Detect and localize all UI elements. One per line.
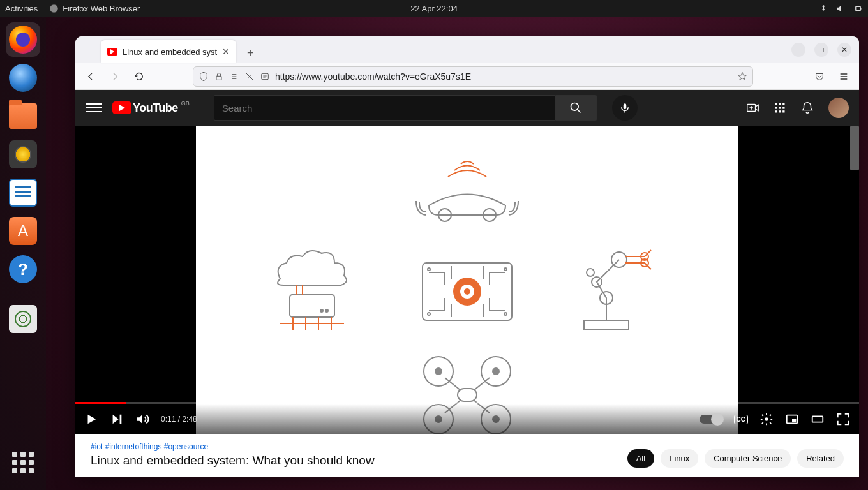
svg-rect-11 <box>782 103 784 105</box>
theater-button-icon[interactable] <box>811 412 825 426</box>
cc-button[interactable]: CC <box>734 415 748 424</box>
chip-related[interactable]: Related <box>797 449 844 468</box>
svg-point-35 <box>587 269 594 276</box>
youtube-voice-search-button[interactable] <box>612 95 638 121</box>
svg-rect-50 <box>812 416 823 422</box>
video-hashtags[interactable]: #iot #internetofthings #opensource <box>91 442 375 451</box>
url-input[interactable] <box>275 71 732 82</box>
youtube-search-input[interactable] <box>214 95 556 121</box>
window-minimize-button[interactable]: – <box>791 43 805 57</box>
settings-button-icon[interactable] <box>760 412 774 426</box>
speaker-icon <box>9 140 37 168</box>
window-close-button[interactable]: ✕ <box>837 43 851 57</box>
svg-rect-1 <box>856 6 861 10</box>
play-button-icon[interactable] <box>84 412 98 426</box>
svg-rect-3 <box>216 76 221 80</box>
svg-point-42 <box>435 368 442 375</box>
window-maximize-button[interactable]: □ <box>814 43 828 57</box>
youtube-search-button[interactable] <box>556 95 597 121</box>
player-controls: 0:11 / 2:48 CC <box>75 404 859 434</box>
power-icon[interactable] <box>853 4 863 13</box>
svg-rect-16 <box>779 110 781 112</box>
youtube-guide-button[interactable] <box>86 103 102 112</box>
gnome-topbar: Activities Firefox Web Browser 22 Apr 22… <box>0 0 868 17</box>
youtube-avatar[interactable] <box>828 98 849 118</box>
youtube-notifications-icon[interactable] <box>800 101 814 115</box>
youtube-apps-icon[interactable] <box>774 101 786 114</box>
firefox-icon <box>49 4 59 13</box>
youtube-header: YouTube GB <box>75 90 859 126</box>
activities-button[interactable]: Activities <box>5 4 38 13</box>
lock-icon[interactable] <box>214 71 224 82</box>
svg-point-27 <box>428 268 430 271</box>
volume-icon[interactable] <box>836 4 846 13</box>
svg-rect-7 <box>624 103 627 109</box>
next-button-icon[interactable] <box>110 412 124 426</box>
firefox-window: Linux and embedded syst ✕ + – □ ✕ <box>75 36 859 477</box>
svg-rect-49 <box>792 419 796 422</box>
chip-illustration-icon <box>413 253 521 330</box>
chip-linux[interactable]: Linux <box>661 449 698 468</box>
pocket-button[interactable] <box>811 68 828 85</box>
dock-trash[interactable] <box>6 302 40 336</box>
video-title: Linux and embedded system: What you shou… <box>91 454 375 468</box>
folder-icon <box>9 103 37 129</box>
app-menu-button[interactable] <box>835 68 853 85</box>
dock-help[interactable]: ? <box>6 252 40 286</box>
volume-button-icon[interactable] <box>135 412 149 426</box>
dock-show-apps[interactable] <box>6 445 40 480</box>
svg-rect-20 <box>290 295 334 317</box>
shield-icon[interactable] <box>198 71 209 82</box>
shopping-bag-icon: A <box>9 217 37 245</box>
dock-writer[interactable] <box>6 175 40 210</box>
browser-toolbar <box>75 63 859 90</box>
chip-all[interactable]: All <box>627 449 654 468</box>
tab-close-button[interactable]: ✕ <box>222 47 230 57</box>
dock: A ? <box>0 17 46 490</box>
svg-point-0 <box>50 4 59 13</box>
tracking-icon[interactable] <box>244 71 255 82</box>
video-time: 0:11 / 2:48 <box>161 415 197 424</box>
youtube-play-icon <box>112 101 131 114</box>
dock-rhythmbox[interactable] <box>6 137 40 172</box>
dock-thunderbird[interactable] <box>6 61 40 95</box>
reader-icon[interactable] <box>260 71 270 82</box>
back-button[interactable] <box>82 68 100 85</box>
reload-button[interactable] <box>130 68 148 85</box>
browser-tab[interactable]: Linux and embedded syst ✕ <box>101 40 236 63</box>
svg-rect-17 <box>782 110 784 112</box>
clock[interactable]: 22 Apr 22:04 <box>410 4 458 13</box>
trash-icon <box>9 305 37 333</box>
dock-software[interactable]: A <box>6 214 40 248</box>
autoplay-toggle[interactable] <box>700 415 722 424</box>
youtube-page: YouTube GB <box>75 90 859 477</box>
miniplayer-button-icon[interactable] <box>785 412 799 426</box>
svg-point-30 <box>504 313 507 315</box>
firefox-icon <box>9 26 37 54</box>
video-player[interactable]: 0:11 / 2:48 CC <box>75 126 859 434</box>
svg-rect-14 <box>782 107 784 108</box>
url-bar[interactable] <box>193 66 753 87</box>
car-illustration-icon <box>410 151 525 228</box>
svg-point-22 <box>326 309 328 312</box>
dock-firefox[interactable] <box>6 22 40 57</box>
new-tab-button[interactable]: + <box>240 43 260 63</box>
youtube-favicon-icon <box>107 48 117 56</box>
filter-chips: All Linux Computer Science Related <box>627 449 844 468</box>
document-icon <box>9 179 37 207</box>
bookmark-star-icon[interactable] <box>737 71 747 82</box>
svg-point-21 <box>320 309 323 312</box>
youtube-create-icon[interactable] <box>745 101 760 115</box>
chip-cs[interactable]: Computer Science <box>705 449 791 468</box>
youtube-search <box>214 95 597 121</box>
active-app-indicator[interactable]: Firefox Web Browser <box>49 4 140 13</box>
permissions-icon[interactable] <box>229 71 239 82</box>
page-scrollbar[interactable] <box>850 126 859 170</box>
svg-point-43 <box>493 368 499 375</box>
dock-files[interactable] <box>6 99 40 133</box>
forward-button[interactable] <box>106 68 124 85</box>
youtube-logo[interactable]: YouTube GB <box>112 101 178 115</box>
video-meta: #iot #internetofthings #opensource Linux… <box>75 434 859 477</box>
network-icon[interactable] <box>819 4 828 13</box>
fullscreen-button-icon[interactable] <box>836 412 850 426</box>
